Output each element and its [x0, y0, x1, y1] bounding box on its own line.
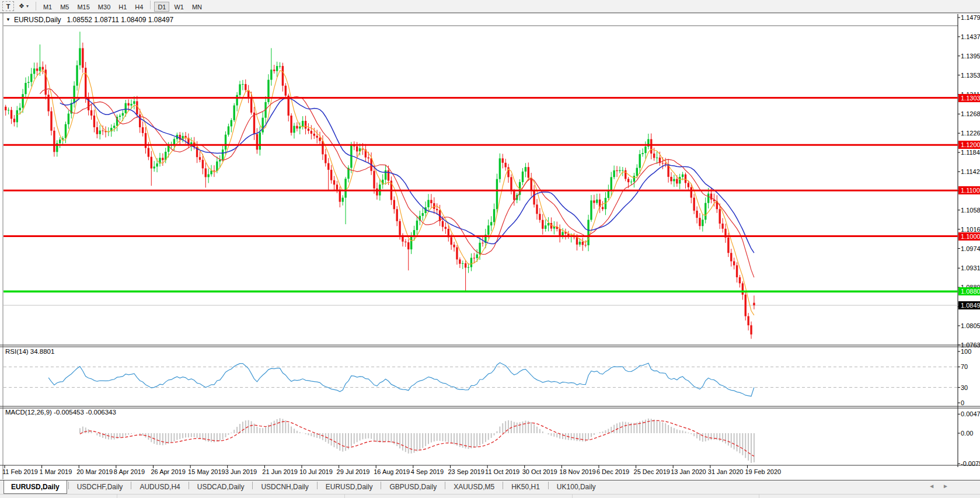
date-tick-label: 6 Dec 2019	[597, 468, 629, 475]
macd-axis-label: 0.00	[961, 430, 973, 437]
fast-ma-line	[17, 70, 754, 315]
date-tick-label: 18 Nov 2019	[559, 468, 595, 475]
date-tick-label: 16 Aug 2019	[374, 468, 410, 475]
price-tick-label: 1.14370	[961, 33, 980, 40]
macd-indicator-label: MACD(12,26,9) -0.005453 -0.006343	[5, 409, 116, 416]
macd-axis-label: -0.00758	[961, 460, 980, 467]
resistance-price-label: 1.13034	[958, 94, 980, 102]
price-tick-label: 1.11840	[961, 149, 980, 156]
rsi-axis-label: 70	[961, 363, 968, 370]
rsi-line	[48, 363, 754, 396]
date-tick-label: 4 Sep 2019	[411, 468, 444, 475]
price-tick-label: 1.13530	[961, 72, 980, 79]
date-tick-label: 20 Mar 2019	[76, 468, 113, 475]
date-tick-label: 13 Jan 2020	[671, 468, 706, 475]
date-tick-label: 1 Mar 2019	[40, 468, 72, 475]
date-tick-label: 29 Jul 2019	[337, 468, 370, 475]
rsi-axis-label: 30	[961, 384, 968, 391]
date-tick-label: 21 Jun 2019	[262, 468, 298, 475]
price-tick-label: 1.12680	[961, 110, 980, 117]
slow-ma-line	[60, 97, 754, 253]
price-tick-label: 1.14790	[961, 14, 980, 21]
mid-ma-line	[40, 89, 754, 277]
candles	[5, 32, 755, 339]
date-tick-label: 10 Jul 2019	[299, 468, 333, 475]
current-price-label: 1.08497	[958, 301, 980, 309]
rsi-axis-label: 0	[961, 399, 964, 406]
support-price-label: 1.08800	[958, 287, 980, 295]
macd-axis-label: 0.004738	[961, 410, 980, 417]
chart-canvas[interactable]	[0, 0, 980, 498]
date-tick-label: 31 Jan 2020	[708, 468, 744, 475]
date-tick-label: 8 Apr 2019	[114, 468, 145, 475]
date-tick-label: 26 Apr 2019	[151, 468, 185, 475]
price-tick-label: 1.12260	[961, 130, 980, 137]
price-tick-label: 1.08050	[961, 322, 980, 329]
resistance-price-label: 1.12004	[958, 141, 980, 149]
date-tick-label: 19 Feb 2020	[745, 468, 781, 475]
date-tick-label: 3 Jun 2019	[225, 468, 257, 475]
resistance-price-label: 1.10008	[958, 232, 980, 241]
rsi-axis-label: 100	[961, 348, 971, 355]
price-tick-label: 1.09740	[961, 245, 980, 252]
rsi-indicator-label: RSI(14) 34.8801	[5, 348, 54, 355]
date-tick-label: 25 Dec 2019	[634, 468, 670, 475]
date-tick-label: 15 May 2019	[188, 468, 225, 475]
date-tick-label: 23 Sep 2019	[448, 468, 484, 475]
date-tick-label: 11 Feb 2019	[2, 468, 38, 475]
resistance-price-label: 1.11009	[958, 186, 980, 194]
price-tick-label: 1.11420	[961, 168, 980, 175]
price-tick-label: 1.13950	[961, 53, 980, 60]
price-tick-label: 1.10580	[961, 207, 980, 214]
date-tick-label: 11 Oct 2019	[485, 468, 519, 475]
trading-terminal: T ❖ ▾ M1M5M15M30H1H4D1W1MN ▼ EURUSD,Dail…	[0, 0, 980, 498]
date-tick-label: 30 Oct 2019	[522, 468, 557, 475]
price-tick-label: 1.09310	[961, 264, 980, 271]
